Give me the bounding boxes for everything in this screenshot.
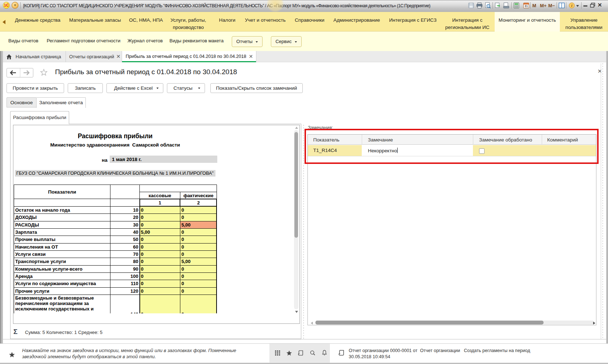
svg-text:31: 31 — [524, 4, 528, 8]
